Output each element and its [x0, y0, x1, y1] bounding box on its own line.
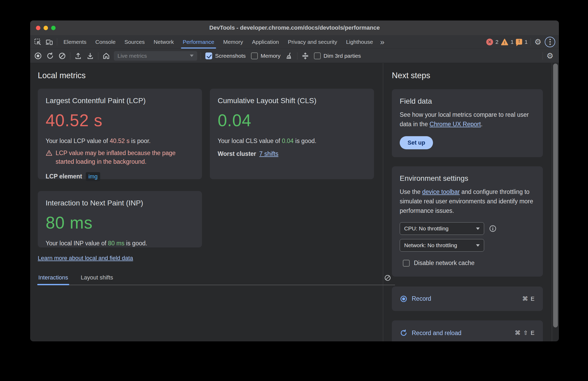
device-toolbar-link[interactable]: device toolbar: [422, 188, 460, 195]
lcp-description: Your local LCP value of 40.52 s is poor.: [46, 137, 194, 145]
next-steps-sidebar: Next steps Field data See how your local…: [383, 63, 559, 341]
capture-settings-gear-icon[interactable]: ⚙: [545, 51, 555, 60]
record-and-reload-icon[interactable]: [45, 51, 55, 61]
main-menu-kebab-icon[interactable]: [545, 37, 555, 47]
lcp-card: Largest Contentful Paint (LCP) 40.52 s Y…: [38, 89, 202, 179]
tab-memory[interactable]: Memory: [219, 35, 248, 49]
lcp-value: 40.52 s: [46, 111, 194, 130]
divider: [57, 38, 57, 46]
disable-network-cache-checkbox[interactable]: [403, 260, 410, 267]
cls-value: 0.04: [218, 111, 366, 130]
errors-icon: ✕: [486, 39, 493, 45]
logs-subtabs: Interactions Layout shifts: [38, 274, 395, 285]
dim-3rd-parties-toggle[interactable]: Dim 3rd parties: [314, 52, 361, 59]
download-profile-icon[interactable]: [85, 51, 95, 61]
tab-elements[interactable]: Elements: [59, 35, 91, 49]
local-metrics-pane: Local metrics Largest Contentful Paint (…: [30, 63, 383, 341]
divider: [201, 52, 201, 60]
window-title: DevTools - developer.chrome.com/docs/dev…: [30, 24, 559, 31]
more-tabs-icon[interactable]: »: [377, 38, 387, 46]
inspect-element-icon[interactable]: [33, 38, 42, 46]
screenshots-toggle[interactable]: Screenshots: [205, 52, 246, 59]
scrollbar-thumb[interactable]: [553, 64, 558, 327]
divider: [543, 52, 543, 60]
devtools-tabbar: Elements Console Sources Network Perform…: [30, 35, 559, 49]
field-data-text: See how your local metrics compare to re…: [400, 110, 535, 129]
panel-content: Local metrics Largest Contentful Paint (…: [30, 63, 559, 341]
lcp-warning: LCP value may be inflated because the pa…: [46, 149, 194, 166]
network-throttling-row: Network: No throttling: [400, 239, 535, 252]
info-icon[interactable]: [489, 225, 497, 232]
subtab-layout-shifts[interactable]: Layout shifts: [80, 274, 114, 285]
inp-description: Your local INP value of 80 ms is good.: [46, 240, 194, 247]
inp-value: 80 ms: [46, 213, 194, 232]
tab-network[interactable]: Network: [149, 35, 178, 49]
field-data-title: Field data: [400, 97, 535, 105]
memory-checkbox[interactable]: [251, 52, 258, 59]
tab-privacy-and-security[interactable]: Privacy and security: [283, 35, 341, 49]
warning-triangle-icon: [46, 150, 52, 156]
issues-count: 1: [525, 39, 528, 45]
memory-toggle[interactable]: Memory: [251, 52, 281, 59]
record-button-card[interactable]: Record ⌘ E: [392, 287, 543, 311]
lcp-element-row: LCP element img: [46, 172, 194, 181]
chrome-ux-report-link[interactable]: Chrome UX Report: [430, 121, 481, 128]
cls-card: Cumulative Layout Shift (CLS) 0.04 Your …: [210, 89, 374, 179]
devtools-window: DevTools - developer.chrome.com/docs/dev…: [30, 20, 559, 341]
worst-cluster-row: Worst cluster 7 shifts: [218, 150, 366, 157]
learn-more-link[interactable]: Learn more about local and field data: [38, 255, 133, 262]
settings-gear-icon[interactable]: ⚙: [533, 37, 543, 46]
screenshots-checkbox[interactable]: [205, 52, 212, 59]
record-shortcut: ⌘ E: [522, 295, 535, 302]
tab-sources[interactable]: Sources: [120, 35, 149, 49]
warnings-count: 1: [511, 39, 514, 45]
device-toolbar-icon[interactable]: [45, 38, 54, 46]
clear-log-icon[interactable]: [384, 274, 391, 282]
scrollbar-track[interactable]: [552, 63, 559, 341]
performance-toolbar: Live metrics Screenshots Memory: [30, 49, 559, 63]
titlebar: DevTools - developer.chrome.com/docs/dev…: [30, 20, 559, 35]
tab-performance[interactable]: Performance: [178, 35, 219, 49]
divider: [70, 52, 70, 60]
chevron-down-icon: [476, 227, 480, 230]
chevron-down-icon: [190, 55, 194, 57]
collapse-sections-icon[interactable]: [301, 51, 310, 61]
record-and-reload-shortcut: ⌘ ⇧ E: [515, 330, 535, 336]
network-throttling-select[interactable]: Network: No throttling: [400, 239, 484, 252]
clear-icon[interactable]: [57, 51, 67, 61]
divider: [297, 52, 297, 60]
tab-lighthouse[interactable]: Lighthouse: [341, 35, 377, 49]
field-data-card: Field data See how your local metrics co…: [392, 89, 543, 157]
inp-card: Interaction to Next Paint (INP) 80 ms Yo…: [38, 191, 202, 247]
lcp-element-chip[interactable]: img: [86, 172, 100, 181]
home-live-metrics-icon[interactable]: [101, 51, 111, 61]
errors-count: 2: [495, 39, 499, 45]
console-status-badges[interactable]: ✕ 2 ! 1 ! 1: [486, 39, 528, 45]
kebab-dots: [549, 39, 551, 45]
record-and-reload-button-card[interactable]: Record and reload ⌘ ⇧ E: [392, 320, 543, 341]
set-up-button[interactable]: Set up: [400, 136, 433, 149]
lcp-title: Largest Contentful Paint (LCP): [46, 97, 194, 105]
record-icon[interactable]: [33, 51, 43, 61]
record-icon: [400, 295, 408, 303]
dim-3rd-parties-checkbox[interactable]: [314, 52, 321, 59]
cls-description: Your local CLS value of 0.04 is good.: [218, 137, 366, 145]
warnings-icon: !: [501, 39, 508, 45]
garbage-collect-broom-icon[interactable]: [285, 51, 294, 61]
reload-icon: [400, 329, 408, 337]
chevron-down-icon: [476, 244, 480, 247]
live-metrics-select[interactable]: Live metrics: [114, 51, 197, 61]
upload-profile-icon[interactable]: [73, 51, 83, 61]
disable-network-cache-toggle[interactable]: Disable network cache: [400, 260, 535, 267]
cpu-throttling-select[interactable]: CPU: No throttling: [400, 222, 484, 235]
tab-console[interactable]: Console: [91, 35, 120, 49]
cpu-throttling-row: CPU: No throttling: [400, 222, 535, 235]
worst-cluster-link[interactable]: 7 shifts: [259, 150, 279, 157]
next-steps-heading: Next steps: [392, 71, 543, 80]
subtab-interactions[interactable]: Interactions: [38, 274, 69, 285]
tab-application[interactable]: Application: [248, 35, 284, 49]
local-metrics-heading: Local metrics: [38, 71, 374, 80]
cls-title: Cumulative Layout Shift (CLS): [218, 97, 366, 105]
issues-icon: !: [516, 39, 522, 45]
environment-settings-card: Environment settings Use the device tool…: [392, 166, 543, 277]
